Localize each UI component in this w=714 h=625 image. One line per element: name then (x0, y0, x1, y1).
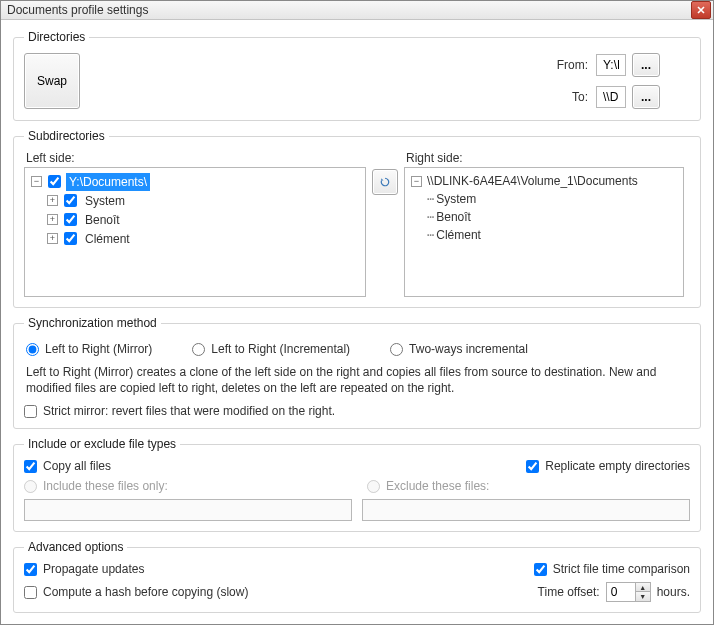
left-child-label[interactable]: System (82, 192, 128, 210)
spinner-down-icon[interactable]: ▼ (636, 592, 650, 601)
propagate-check[interactable]: Propagate updates (24, 562, 352, 576)
include-only-input (24, 499, 352, 521)
left-root-node: − Y:\Documents\ (31, 172, 363, 191)
right-child-label[interactable]: Benoît (436, 208, 471, 226)
left-child-label[interactable]: Clément (82, 230, 133, 248)
strict-mirror-check[interactable]: Strict mirror: revert files that were mo… (24, 404, 690, 418)
to-browse-button[interactable]: ... (632, 85, 660, 109)
left-child-checkbox[interactable] (64, 232, 77, 245)
left-child-checkbox[interactable] (64, 194, 77, 207)
title-bar: Documents profile settings (1, 1, 713, 20)
include-exclude-group: Include or exclude file types Copy all f… (13, 437, 701, 532)
time-offset-input[interactable] (607, 583, 635, 601)
left-child-node: + System (47, 191, 363, 210)
sync-radio-mirror[interactable]: Left to Right (Mirror) (26, 342, 152, 356)
to-input[interactable] (596, 86, 626, 108)
right-root-label[interactable]: \\DLINK-6A4EA4\Volume_1\Documents (424, 172, 641, 190)
advanced-legend: Advanced options (24, 540, 127, 554)
window-title: Documents profile settings (7, 3, 691, 17)
subdirectories-legend: Subdirectories (24, 129, 109, 143)
subdirectories-group: Subdirectories Left side: − Y:\Documents… (13, 129, 701, 308)
exclude-input (362, 499, 690, 521)
right-child-node: ⋯Clément (427, 226, 681, 244)
left-tree-panel[interactable]: − Y:\Documents\ + System (24, 167, 366, 297)
directories-legend: Directories (24, 30, 89, 44)
sync-method-legend: Synchronization method (24, 316, 161, 330)
advanced-group: Advanced options Propagate updates Stric… (13, 540, 701, 613)
left-child-node: + Clément (47, 229, 363, 248)
expand-icon[interactable]: + (47, 214, 58, 225)
expand-icon[interactable]: + (47, 195, 58, 206)
replicate-empty-check[interactable]: Replicate empty directories (526, 459, 690, 473)
sync-radio-twoways[interactable]: Two-ways incremental (390, 342, 528, 356)
right-side-label: Right side: (404, 151, 690, 165)
from-browse-button[interactable]: ... (632, 53, 660, 77)
left-child-checkbox[interactable] (64, 213, 77, 226)
include-only-radio: Include these files only: (24, 479, 347, 493)
time-offset-row: Time offset: ▲ ▼ hours. (362, 582, 690, 602)
spinner-up-icon[interactable]: ▲ (636, 583, 650, 592)
right-child-node: ⋯System (427, 190, 681, 208)
hours-label: hours. (657, 585, 690, 599)
exclude-radio: Exclude these files: (367, 479, 690, 493)
swap-button[interactable]: Swap (24, 53, 80, 109)
include-exclude-legend: Include or exclude file types (24, 437, 180, 451)
right-tree-panel[interactable]: − \\DLINK-6A4EA4\Volume_1\Documents ⋯Sys… (404, 167, 684, 297)
strict-time-check[interactable]: Strict file time comparison (362, 562, 690, 576)
expand-icon[interactable]: − (411, 176, 422, 187)
refresh-button[interactable] (372, 169, 398, 195)
copy-all-check[interactable]: Copy all files (24, 459, 111, 473)
sync-description: Left to Right (Mirror) creates a clone o… (24, 364, 690, 404)
left-child-node: + Benoît (47, 210, 363, 229)
right-child-label[interactable]: Clément (436, 226, 481, 244)
expand-icon[interactable]: + (47, 233, 58, 244)
left-root-label[interactable]: Y:\Documents\ (66, 173, 150, 191)
left-root-checkbox[interactable] (48, 175, 61, 188)
hash-check[interactable]: Compute a hash before copying (slow) (24, 585, 352, 599)
expand-icon[interactable]: − (31, 176, 42, 187)
from-label: From: (78, 58, 590, 72)
sync-method-group: Synchronization method Left to Right (Mi… (13, 316, 701, 429)
to-label: To: (78, 90, 590, 104)
right-root-node: − \\DLINK-6A4EA4\Volume_1\Documents (411, 172, 681, 190)
time-offset-label: Time offset: (538, 585, 600, 599)
right-child-node: ⋯Benoît (427, 208, 681, 226)
close-button[interactable] (691, 1, 711, 19)
left-child-label[interactable]: Benoît (82, 211, 123, 229)
left-side-label: Left side: (24, 151, 398, 165)
right-child-label[interactable]: System (436, 190, 476, 208)
directories-group: Directories From: ... Swap To: ... (13, 30, 701, 121)
sync-radio-incremental[interactable]: Left to Right (Incremental) (192, 342, 350, 356)
from-input[interactable] (596, 54, 626, 76)
time-offset-spinner[interactable]: ▲ ▼ (606, 582, 651, 602)
